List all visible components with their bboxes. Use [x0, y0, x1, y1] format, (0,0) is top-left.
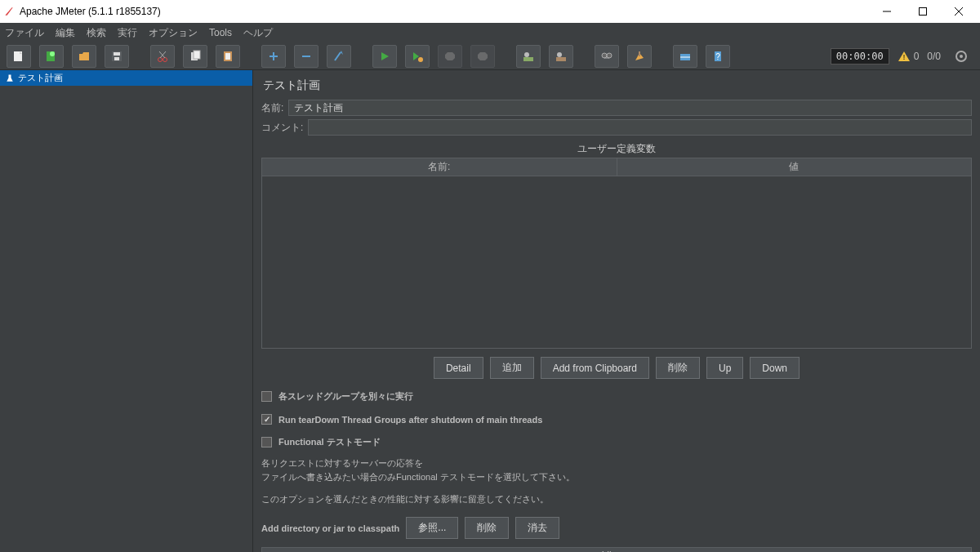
- library-header: Library: [261, 547, 972, 552]
- menu-tools[interactable]: Tools: [209, 27, 232, 38]
- svg-rect-9: [114, 57, 119, 60]
- clear-button[interactable]: [595, 45, 619, 68]
- thread-count: 0/0: [927, 51, 941, 62]
- checkbox-teardown[interactable]: ✓: [261, 414, 272, 425]
- elapsed-time: 00:00:00: [831, 48, 889, 65]
- svg-text:?: ?: [715, 52, 720, 61]
- svg-point-11: [163, 57, 167, 61]
- comment-label: コメント:: [261, 121, 303, 135]
- svg-point-22: [418, 57, 423, 62]
- save-button[interactable]: [105, 45, 129, 68]
- function-helper-button[interactable]: ?: [706, 45, 730, 68]
- close-button[interactable]: [941, 0, 977, 23]
- warning-indicator[interactable]: ! 0: [898, 50, 920, 63]
- svg-point-24: [524, 52, 529, 57]
- expand-button[interactable]: [261, 45, 286, 68]
- paste-button[interactable]: [216, 45, 240, 68]
- clear-cp-button[interactable]: 消去: [515, 517, 559, 539]
- comment-input[interactable]: [308, 119, 972, 136]
- classpath-label: Add directory or jar to classpath: [261, 523, 399, 533]
- help-text-1a: 各リクエストに対するサーバーの応答を: [261, 456, 972, 470]
- vars-table-body[interactable]: [262, 176, 971, 348]
- tree-node-test-plan[interactable]: テスト計画: [0, 70, 252, 86]
- checkbox-separate-threads[interactable]: [261, 391, 272, 402]
- menubar: ファイル 編集 検索 実行 オプション Tools ヘルプ: [0, 23, 980, 42]
- gear-button[interactable]: [949, 45, 973, 68]
- menu-options[interactable]: オプション: [149, 26, 198, 40]
- flask-icon: [5, 73, 15, 83]
- panel-title: テスト計画: [263, 78, 972, 93]
- svg-point-37: [960, 55, 963, 58]
- name-input[interactable]: [288, 100, 972, 116]
- editor-panel: テスト計画 名前: コメント: ユーザー定義変数 名前: 値 Detail 追加…: [253, 70, 980, 552]
- menu-run[interactable]: 実行: [118, 26, 137, 40]
- checkbox-separate-threads-label: 各スレッドグループを別々に実行: [278, 390, 413, 403]
- templates-button[interactable]: [39, 45, 64, 68]
- cut-button[interactable]: [150, 45, 175, 68]
- menu-help[interactable]: ヘルプ: [243, 26, 273, 40]
- window-titlebar: Apache JMeter (5.1.1 r1855137): [0, 0, 980, 23]
- start-no-pause-button[interactable]: [405, 45, 430, 68]
- warning-icon: !: [898, 50, 911, 63]
- svg-rect-15: [194, 51, 200, 59]
- vars-table: 名前: 値: [261, 158, 972, 349]
- svg-point-26: [557, 52, 562, 57]
- new-button[interactable]: [7, 45, 31, 68]
- svg-rect-1: [920, 8, 927, 16]
- checkbox-functional[interactable]: [261, 437, 272, 447]
- svg-line-21: [335, 52, 341, 60]
- down-button[interactable]: Down: [750, 357, 800, 379]
- tree-panel[interactable]: テスト計画: [0, 70, 253, 552]
- detail-button[interactable]: Detail: [434, 357, 483, 379]
- checkbox-teardown-label: Run tearDown Thread Groups after shutdow…: [278, 415, 542, 425]
- remote-start-button[interactable]: [516, 45, 541, 68]
- clear-all-button[interactable]: [627, 45, 652, 68]
- toolbar: ? 00:00:00 ! 0 0/0: [0, 42, 980, 70]
- add-clipboard-button[interactable]: Add from Clipboard: [541, 357, 649, 379]
- browse-button[interactable]: 参照...: [406, 517, 458, 539]
- collapse-button[interactable]: [294, 45, 318, 68]
- svg-text:!: !: [902, 53, 905, 61]
- toggle-button[interactable]: [327, 45, 351, 68]
- vars-table-header: 名前: 値: [262, 158, 971, 176]
- menu-search[interactable]: 検索: [87, 26, 106, 40]
- svg-rect-23: [523, 57, 533, 61]
- svg-line-12: [160, 51, 166, 58]
- search-button[interactable]: [673, 45, 697, 68]
- svg-line-13: [159, 51, 165, 58]
- svg-rect-30: [639, 51, 640, 56]
- copy-button[interactable]: [183, 45, 207, 68]
- col-value[interactable]: 値: [617, 158, 972, 176]
- add-button[interactable]: 追加: [490, 357, 534, 379]
- vars-section-title: ユーザー定義変数: [261, 142, 972, 156]
- shutdown-button[interactable]: [470, 45, 495, 68]
- window-title: Apache JMeter (5.1.1 r1855137): [20, 6, 869, 17]
- cp-delete-button[interactable]: 削除: [465, 517, 509, 539]
- svg-point-6: [50, 51, 55, 56]
- stop-button[interactable]: [438, 45, 462, 68]
- name-label: 名前:: [261, 101, 283, 115]
- svg-point-10: [158, 57, 163, 61]
- svg-rect-8: [114, 52, 120, 56]
- col-name[interactable]: 名前:: [262, 158, 617, 176]
- svg-rect-17: [225, 53, 230, 60]
- help-text-2: このオプションを選んだときの性能に対する影響に留意してください。: [261, 493, 972, 505]
- remote-stop-button[interactable]: [549, 45, 573, 68]
- menu-edit[interactable]: 編集: [56, 26, 75, 40]
- content-area: テスト計画 テスト計画 名前: コメント: ユーザー定義変数 名前: 値 Det…: [0, 70, 980, 552]
- start-button[interactable]: [372, 45, 397, 68]
- tree-node-label: テスト計画: [18, 72, 63, 84]
- minimize-button[interactable]: [869, 0, 905, 23]
- warning-count: 0: [914, 51, 920, 62]
- app-icon: [3, 6, 15, 17]
- help-text-1b: ファイルへ書き込みたい場合のみFunctional テストモードを選択して下さい…: [261, 470, 972, 484]
- svg-rect-25: [556, 57, 566, 61]
- menu-file[interactable]: ファイル: [5, 26, 44, 40]
- maximize-button[interactable]: [905, 0, 941, 23]
- up-button[interactable]: Up: [706, 357, 743, 379]
- open-button[interactable]: [72, 45, 96, 68]
- delete-button[interactable]: 削除: [656, 357, 700, 379]
- checkbox-functional-label: Functional テストモード: [278, 436, 381, 448]
- svg-point-27: [602, 53, 607, 58]
- svg-point-28: [607, 53, 612, 58]
